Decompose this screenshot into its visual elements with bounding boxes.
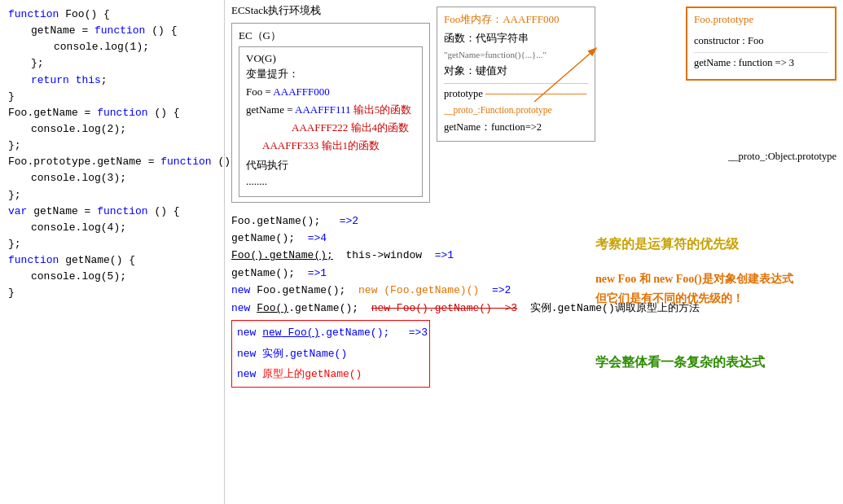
prototype-box: Foo.prototype constructor : Foo getName … <box>686 7 836 81</box>
vo-title: VO(G) <box>246 52 415 65</box>
annotation-orange-1: new Foo 和 new Foo()是对象创建表达式 <box>595 270 843 289</box>
heap-row-3: 对象：键值对 <box>444 63 588 80</box>
heap-proto2: __proto_:Function.prototype <box>444 103 588 119</box>
vo-box: VO(G) 变量提升： Foo = AAAFFF000 getName = AA… <box>239 46 423 197</box>
main-container: function Foo() { getName = function () {… <box>0 0 843 504</box>
highlight-line-2: new 实例.getName() <box>237 345 424 362</box>
heap-getname: getName：function=>2 <box>444 119 588 136</box>
output-section: Foo.getName(); =>2 getName(); =>4 Foo().… <box>231 206 430 394</box>
proto-constructor-row: constructor : Foo <box>694 31 828 53</box>
code-line: getName = function () { <box>8 23 216 39</box>
output-line-3: Foo().getName(); this->window =>1 <box>231 247 430 264</box>
ecstack-title: ECStack执行环境栈 <box>231 3 430 18</box>
ec-g-label: EC（G） <box>239 28 423 43</box>
code-line: console.log(5); <box>8 269 216 285</box>
red-addr2: AAAFFF333 输出1的函数 <box>246 137 415 155</box>
foo-var: Foo = AAAFFF000 <box>246 83 415 101</box>
heap-row-1: 函数：代码字符串 <box>444 30 588 47</box>
code-line: }; <box>8 187 216 204</box>
output-line-1: Foo.getName(); =>2 <box>231 213 430 230</box>
heap-title: Foo堆内存：AAAFFF000 <box>444 12 588 27</box>
annotation-orange-2: 但它们是有不同的优先级的！ <box>595 289 843 309</box>
heap-box: Foo堆内存：AAAFFF000 函数：代码字符串 "getName=funct… <box>437 7 595 142</box>
code-line: var getName = function () { <box>8 204 216 220</box>
output-line-6: new Foo().getName(); new Foo().getName()… <box>231 300 430 317</box>
code-line: }; <box>8 55 216 72</box>
annotations-area: 考察的是运算符的优先级 new Foo 和 new Foo()是对象创建表达式 … <box>595 236 843 371</box>
highlight-line-1: new new Foo().getName(); =>3 <box>237 324 424 341</box>
annotation-green: 学会整体看一条复杂的表达式 <box>595 354 843 371</box>
code-line: Foo.getName = function () { <box>8 105 216 121</box>
output-line-4: getName(); =>1 <box>231 265 430 282</box>
code-line: function Foo() { <box>8 7 216 23</box>
code-line: Foo.prototype.getName = function () { <box>8 154 216 170</box>
highlight-box: new new Foo().getName(); =>3 new 实例.getN… <box>231 320 430 387</box>
code-line: console.log(4); <box>8 220 216 236</box>
right-panel: Foo堆内存：AAAFFF000 函数：代码字符串 "getName=funct… <box>437 0 843 504</box>
code-exec-label: 代码执行 <box>246 158 415 173</box>
exec-dots: ........ <box>246 173 415 191</box>
code-panel: function Foo() { getName = function () {… <box>0 0 224 504</box>
annotation-yellow: 考察的是运算符的优先级 <box>595 236 843 253</box>
ec-global-box: EC（G） VO(G) 变量提升： Foo = AAAFFF000 getNam… <box>231 23 430 203</box>
proto-bottom-label: __proto_:Object.prototype <box>728 151 836 163</box>
hoist-label: 变量提升： <box>246 65 415 83</box>
heap-prototype-row: prototype ────────────── <box>444 83 588 103</box>
code-line: console.log(1); <box>8 39 216 55</box>
ecstack-panel: ECStack执行环境栈 EC（G） VO(G) 变量提升： Foo = AAA… <box>225 0 437 504</box>
red-addr1: AAAFFF222 输出4的函数 <box>246 119 415 137</box>
code-line: }; <box>8 138 216 154</box>
heap-row-2: "getName=function(){...}..." <box>444 47 588 63</box>
getname-var: getName = AAAFFF111 输出5的函数 <box>246 101 415 119</box>
proto-title: Foo.prototype <box>694 13 828 26</box>
output-line-5: new Foo.getName(); new (Foo.getName)() =… <box>231 282 430 299</box>
output-line-2: getName(); =>4 <box>231 230 430 247</box>
foo-addr: AAAFFF000 <box>273 85 329 98</box>
code-line: function getName() { <box>8 252 216 269</box>
code-line: return this; <box>8 72 216 89</box>
code-line: console.log(2); <box>8 121 216 138</box>
code-line: }; <box>8 236 216 252</box>
code-line: console.log(3); <box>8 170 216 186</box>
code-line: } <box>8 89 216 105</box>
code-line: } <box>8 285 216 301</box>
highlight-line-3: new 原型上的getName() <box>237 366 424 383</box>
proto-getname-row: getName : function => 3 <box>694 53 828 74</box>
